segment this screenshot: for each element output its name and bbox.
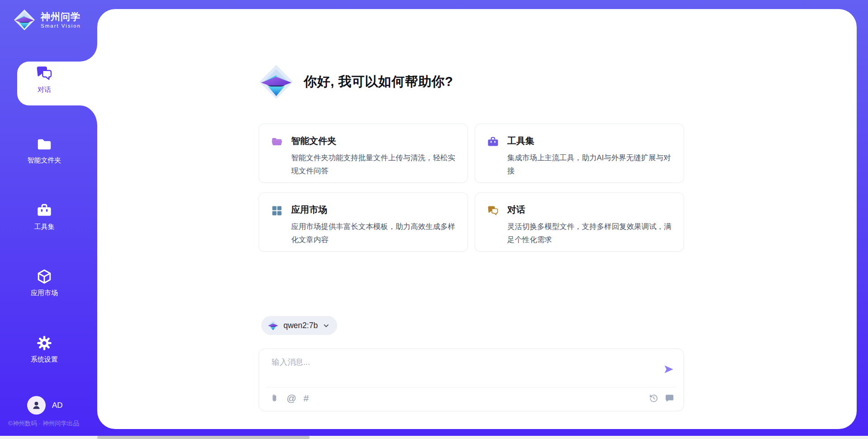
message-input[interactable]: [271, 357, 652, 367]
sidebar-item-settings[interactable]: 系统设置: [0, 335, 89, 364]
greeting-block: 你好, 我可以如何帮助你?: [259, 64, 453, 100]
composer-divider: [266, 387, 676, 387]
brand-name: 神州问学: [41, 11, 81, 22]
composer: @ #: [259, 348, 684, 411]
sidebar-item-label: 应用市场: [0, 289, 89, 297]
open-folder-icon: [271, 135, 283, 182]
chat-icon: [35, 64, 53, 82]
composer-toolbar-right: [649, 393, 675, 403]
message-icon[interactable]: [665, 393, 675, 403]
logo-diamond-icon: [267, 320, 279, 331]
sidebar-item-label: 工具集: [0, 223, 89, 231]
horizontal-scrollbar-thumb[interactable]: [97, 436, 310, 439]
model-selector[interactable]: qwen2:7b: [261, 316, 337, 335]
card-description: 应用市场提供丰富长文本模板，助力高效生成多样化文章内容: [291, 220, 456, 246]
card-toolset[interactable]: 工具集 集成市场上主流工具，助力AI与外界无缝扩展与对接: [475, 124, 684, 183]
gear-icon: [36, 335, 52, 351]
card-title: 对话: [507, 204, 672, 216]
user-name: AD: [52, 401, 63, 410]
sidebar-item-label: 对话: [0, 86, 89, 94]
history-icon[interactable]: [649, 393, 659, 403]
card-title: 应用市场: [291, 204, 456, 216]
sidebar-item-toolset[interactable]: 工具集: [0, 202, 89, 231]
sidebar-item-label: 智能文件夹: [0, 156, 89, 165]
chat-icon: [487, 204, 499, 251]
card-title: 工具集: [507, 135, 672, 147]
grid-icon: [271, 204, 283, 251]
composer-toolbar-left: @ #: [269, 393, 309, 403]
brand-subtitle: Smart Vision: [41, 23, 81, 29]
greeting-title: 你好, 我可以如何帮助你?: [304, 73, 453, 91]
chevron-down-icon: [322, 322, 330, 329]
card-description: 智能文件夹功能支持批量文件上传与清洗，轻松实现文件问答: [291, 151, 456, 177]
sidebar-item-label: 系统设置: [0, 355, 89, 364]
person-icon: [31, 400, 42, 410]
cube-icon: [36, 268, 52, 285]
card-app-market[interactable]: 应用市场 应用市场提供丰富长文本模板，助力高效生成多样化文章内容: [259, 192, 468, 252]
send-icon[interactable]: [663, 363, 675, 375]
card-description: 集成市场上主流工具，助力AI与外界无缝扩展与对接: [507, 151, 672, 177]
sidebar-item-app-market[interactable]: 应用市场: [0, 268, 89, 297]
briefcase-icon: [487, 135, 499, 182]
folder-icon: [36, 136, 52, 152]
sidebar-item-chat-content[interactable]: 对话: [0, 64, 89, 94]
card-chat[interactable]: 对话 灵活切换多模型文件，支持多样回复效果调试，满足个性化需求: [475, 192, 684, 252]
paperclip-icon[interactable]: [269, 393, 279, 403]
card-smart-folder[interactable]: 智能文件夹 智能文件夹功能支持批量文件上传与清洗，轻松实现文件问答: [259, 124, 468, 183]
logo-diamond-icon: [14, 9, 35, 31]
model-name: qwen2:7b: [283, 321, 318, 330]
card-description: 灵活切换多模型文件，支持多样回复效果调试，满足个性化需求: [507, 220, 672, 246]
sidebar-footer: ©神州数码 · 神州问学出品: [8, 420, 79, 428]
at-sign-icon[interactable]: @: [287, 393, 296, 403]
sidebar-item-smart-folder[interactable]: 智能文件夹: [0, 136, 89, 165]
card-title: 智能文件夹: [291, 135, 456, 147]
toolbox-icon: [36, 202, 52, 219]
user-profile[interactable]: AD: [27, 396, 63, 415]
feature-cards: 智能文件夹 智能文件夹功能支持批量文件上传与清洗，轻松实现文件问答 工具集 集成…: [259, 124, 684, 252]
hash-icon[interactable]: #: [303, 393, 309, 403]
avatar: [27, 396, 46, 415]
logo-diamond-icon: [259, 64, 294, 100]
brand-logo: 神州问学 Smart Vision: [14, 9, 81, 31]
